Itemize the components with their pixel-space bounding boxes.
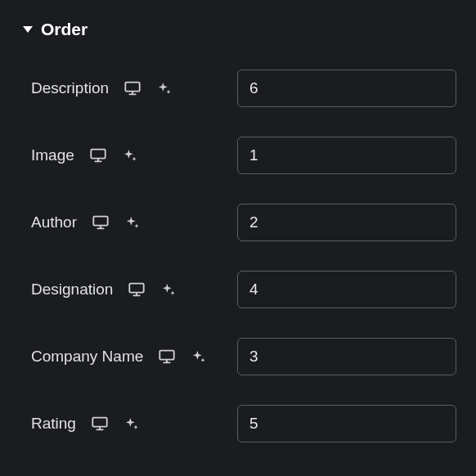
monitor-icon[interactable] <box>89 146 107 164</box>
field-label-description: Description <box>31 79 109 97</box>
monitor-icon[interactable] <box>128 281 146 299</box>
sparkle-icon[interactable] <box>123 415 140 432</box>
order-input-image[interactable] <box>237 137 456 174</box>
order-input-description[interactable] <box>237 70 456 107</box>
sparkle-icon[interactable] <box>191 348 207 365</box>
monitor-icon[interactable] <box>92 213 110 231</box>
order-input-rating[interactable] <box>237 405 456 442</box>
sparkle-icon[interactable] <box>124 214 141 231</box>
field-row-author: Author <box>31 203 456 242</box>
sparkle-icon[interactable] <box>156 80 173 97</box>
field-row-rating: Rating <box>31 404 456 443</box>
section-header[interactable]: Order <box>23 20 456 39</box>
field-row-designation: Designation <box>31 270 456 309</box>
monitor-icon[interactable] <box>91 415 109 433</box>
monitor-icon[interactable] <box>123 79 141 97</box>
field-row-description: Description <box>31 69 456 108</box>
section-title: Order <box>41 20 88 39</box>
sparkle-icon[interactable] <box>122 147 138 164</box>
field-label-designation: Designation <box>31 281 113 299</box>
field-label-company-name: Company Name <box>31 348 143 366</box>
order-input-author[interactable] <box>237 204 456 241</box>
field-label-author: Author <box>31 213 77 231</box>
field-label-image: Image <box>31 146 74 164</box>
fields-container: DescriptionImageAuthorDesignationCompany… <box>23 69 456 443</box>
field-row-company-name: Company Name <box>31 337 456 376</box>
caret-down-icon <box>23 26 33 33</box>
sparkle-icon[interactable] <box>160 281 177 298</box>
order-input-company-name[interactable] <box>237 338 456 375</box>
monitor-icon[interactable] <box>158 348 176 366</box>
order-input-designation[interactable] <box>237 271 456 308</box>
field-row-image: Image <box>31 136 456 175</box>
field-label-rating: Rating <box>31 415 76 433</box>
